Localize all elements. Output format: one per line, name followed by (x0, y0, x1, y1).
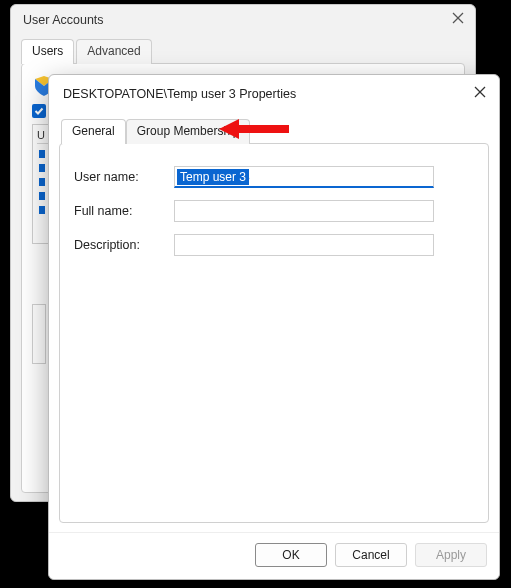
accounts-titlebar: User Accounts (11, 5, 475, 32)
user-properties-dialog: DESKTOPATONE\Temp user 3 Properties Gene… (48, 74, 500, 580)
list-item (39, 192, 45, 200)
tab-general[interactable]: General (61, 119, 126, 144)
properties-title: DESKTOPATONE\Temp user 3 Properties (63, 87, 296, 101)
full-name-field[interactable] (174, 200, 434, 222)
cancel-button[interactable]: Cancel (335, 543, 407, 567)
label-user-name: User name: (74, 170, 164, 184)
panel-fragment (32, 304, 46, 364)
checkbox-checked-icon[interactable] (32, 104, 46, 118)
list-item (39, 150, 45, 158)
list-item (39, 206, 45, 214)
close-icon[interactable] (473, 85, 487, 102)
description-field[interactable] (174, 234, 434, 256)
accounts-tabs: Users Advanced (21, 38, 465, 63)
tab-advanced[interactable]: Advanced (76, 39, 151, 64)
tab-users[interactable]: Users (21, 39, 74, 64)
accounts-title: User Accounts (23, 13, 104, 27)
ok-button[interactable]: OK (255, 543, 327, 567)
label-description: Description: (74, 238, 164, 252)
tab-group-membership[interactable]: Group Membership (126, 119, 251, 144)
row-user-name: User name: Temp user 3 (74, 166, 474, 188)
properties-titlebar: DESKTOPATONE\Temp user 3 Properties (49, 75, 499, 110)
general-panel: User name: Temp user 3 Full name: Descri… (59, 143, 489, 523)
properties-body: General Group Membership User name: Temp… (49, 110, 499, 523)
list-item (39, 178, 45, 186)
properties-tabs: General Group Membership (59, 110, 489, 143)
apply-button: Apply (415, 543, 487, 567)
selected-text-highlight: Temp user 3 (177, 169, 249, 185)
close-icon[interactable] (451, 11, 465, 28)
row-full-name: Full name: (74, 200, 474, 222)
row-description: Description: (74, 234, 474, 256)
list-item (39, 164, 45, 172)
dialog-button-bar: OK Cancel Apply (49, 532, 499, 579)
label-full-name: Full name: (74, 204, 164, 218)
